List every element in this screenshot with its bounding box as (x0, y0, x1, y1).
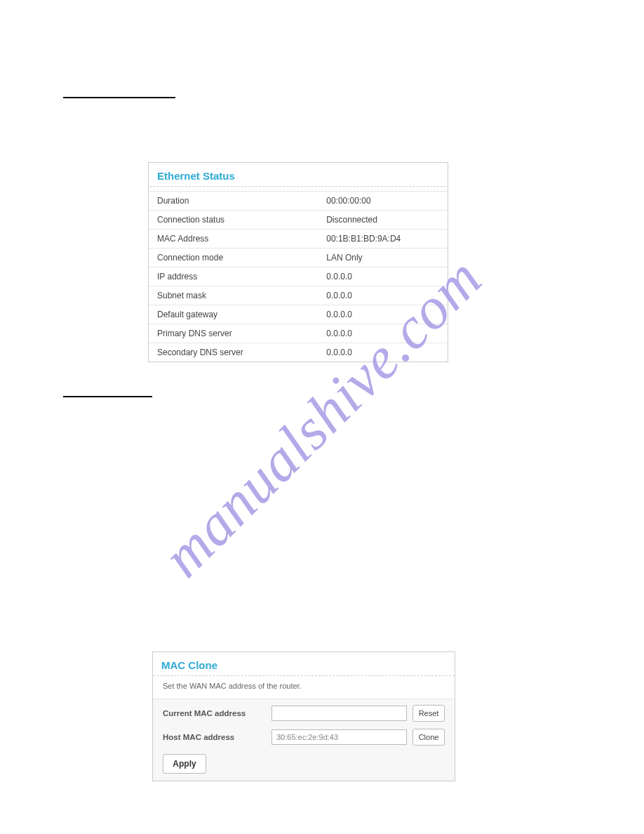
panel-title: MAC Clone (153, 652, 455, 675)
current-mac-row: Current MAC address Reset (153, 699, 455, 723)
status-label: Duration (157, 196, 326, 206)
clone-button[interactable]: Clone (412, 729, 445, 746)
status-row-subnet-mask: Subnet mask 0.0.0.0 (149, 286, 448, 305)
status-value: 0.0.0.0 (326, 348, 439, 357)
status-value: 00:00:00:00 (326, 196, 439, 206)
status-label: IP address (157, 272, 326, 282)
page: manualshive.com Ethernet Status Duration… (0, 0, 644, 834)
host-mac-input[interactable] (271, 729, 407, 745)
status-label: Secondary DNS server (157, 348, 326, 357)
mac-clone-description: Set the WAN MAC address of the router. (153, 676, 455, 699)
host-mac-row: Host MAC address Clone (153, 723, 455, 747)
status-row-duration: Duration 00:00:00:00 (149, 191, 448, 210)
reset-button[interactable]: Reset (412, 705, 445, 722)
status-value: 0.0.0.0 (326, 272, 439, 282)
section-heading-mac-clone (63, 396, 152, 397)
status-value: 00:1B:B1:BD:9A:D4 (326, 234, 439, 244)
current-mac-label: Current MAC address (163, 709, 271, 717)
status-label: Subnet mask (157, 291, 326, 300)
status-value: LAN Only (326, 253, 439, 263)
ethernet-status-panel: Ethernet Status Duration 00:00:00:00 Con… (148, 162, 448, 362)
status-value: Disconnected (326, 215, 439, 225)
apply-button[interactable]: Apply (163, 754, 206, 774)
dashed-separator (150, 186, 446, 187)
status-value: 0.0.0.0 (326, 329, 439, 338)
section-heading-ethernet-status (63, 97, 175, 98)
status-value: 0.0.0.0 (326, 310, 439, 319)
status-row-connection-status: Connection status Disconnected (149, 210, 448, 229)
mac-clone-panel: MAC Clone Set the WAN MAC address of the… (152, 651, 455, 781)
status-label: MAC Address (157, 234, 326, 244)
status-row-connection-mode: Connection mode LAN Only (149, 248, 448, 267)
status-value: 0.0.0.0 (326, 291, 439, 300)
status-row-default-gateway: Default gateway 0.0.0.0 (149, 305, 448, 324)
host-mac-label: Host MAC address (163, 733, 271, 741)
apply-row: Apply (153, 747, 455, 774)
panel-title: Ethernet Status (149, 163, 448, 186)
status-label: Connection mode (157, 253, 326, 263)
status-row-ip-address: IP address 0.0.0.0 (149, 267, 448, 286)
status-label: Connection status (157, 215, 326, 225)
status-row-secondary-dns: Secondary DNS server 0.0.0.0 (149, 343, 448, 362)
status-row-primary-dns: Primary DNS server 0.0.0.0 (149, 324, 448, 343)
status-label: Default gateway (157, 310, 326, 319)
status-row-mac-address: MAC Address 00:1B:B1:BD:9A:D4 (149, 229, 448, 248)
current-mac-input[interactable] (271, 706, 407, 721)
status-label: Primary DNS server (157, 329, 326, 338)
